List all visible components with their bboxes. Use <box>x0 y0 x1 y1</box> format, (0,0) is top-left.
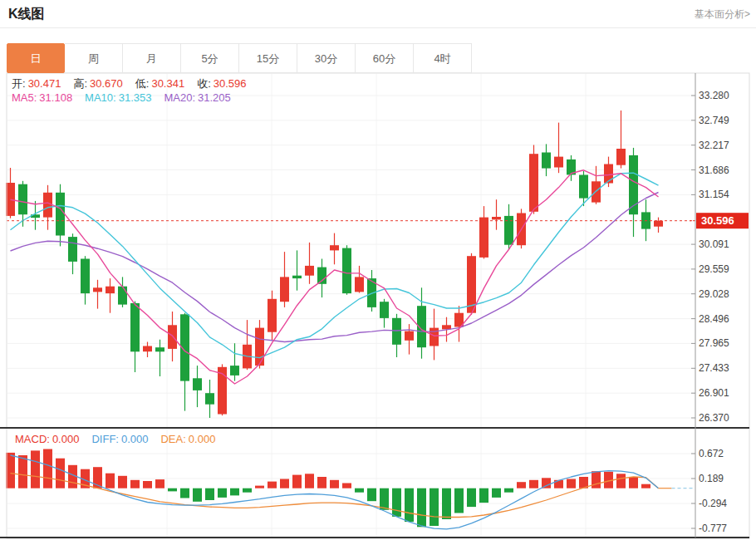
legend-item: 低:30.341 <box>135 76 184 91</box>
legend-item: DEA:0.000 <box>160 433 215 445</box>
svg-text:31.686: 31.686 <box>699 164 729 176</box>
svg-text:0.189: 0.189 <box>699 473 724 484</box>
svg-text:0.672: 0.672 <box>699 448 724 459</box>
svg-text:31.154: 31.154 <box>699 189 729 200</box>
svg-text:26.901: 26.901 <box>699 387 729 399</box>
svg-text:32.749: 32.749 <box>699 115 729 126</box>
svg-text:27.965: 27.965 <box>699 337 729 349</box>
svg-text:33.280: 33.280 <box>699 90 729 101</box>
tab-30分[interactable]: 30分 <box>297 43 356 73</box>
legend-item: 高:30.670 <box>73 76 122 91</box>
svg-text:-0.294: -0.294 <box>699 498 727 509</box>
tab-5分[interactable]: 5分 <box>181 43 239 73</box>
macd-legend: MACD:0.000DIFF:0.000DEA:0.000 <box>15 433 215 445</box>
tab-15分[interactable]: 15分 <box>239 43 297 73</box>
legend-item: MACD:0.000 <box>15 433 79 445</box>
svg-text:30.091: 30.091 <box>699 238 729 250</box>
tab-周[interactable]: 周 <box>65 43 123 73</box>
legend-item: MA10:31.353 <box>85 91 151 104</box>
svg-text:27.433: 27.433 <box>699 362 729 374</box>
current-price-badge: 30.596 <box>690 213 749 228</box>
legend-item: DIFF:0.000 <box>91 433 148 445</box>
tab-60分[interactable]: 60分 <box>356 43 414 73</box>
period-tabs: 日周月5分15分30分60分4时 <box>7 43 472 73</box>
ma-legend: MA5:31.108MA10:31.353MA20:31.205 <box>12 91 231 104</box>
svg-text:-0.777: -0.777 <box>699 523 727 534</box>
svg-text:29.028: 29.028 <box>699 288 729 300</box>
legend-item: MA20:31.205 <box>164 91 230 104</box>
macd-lines <box>11 455 695 529</box>
tab-月[interactable]: 月 <box>123 43 181 73</box>
macd-axis: 0.6720.189-0.294-0.777 <box>691 448 727 534</box>
legend-item: MA5:31.108 <box>12 91 72 104</box>
svg-text:28.496: 28.496 <box>699 313 729 325</box>
tab-4时[interactable]: 4时 <box>414 43 472 73</box>
macd-histogram <box>6 449 650 528</box>
svg-text:32.217: 32.217 <box>699 140 729 151</box>
tab-日[interactable]: 日 <box>7 43 65 73</box>
legend-item: 开:30.471 <box>12 76 61 91</box>
ohlc-legend: 开:30.471高:30.670低:30.341收:30.596 <box>12 76 247 91</box>
svg-text:30.596: 30.596 <box>701 214 734 227</box>
svg-text:26.370: 26.370 <box>699 412 729 424</box>
legend-item: 收:30.596 <box>197 76 246 91</box>
ma-lines <box>11 170 659 384</box>
svg-text:29.559: 29.559 <box>699 263 729 275</box>
price-axis: 33.28032.74932.21731.68631.15430.09129.5… <box>691 90 729 424</box>
